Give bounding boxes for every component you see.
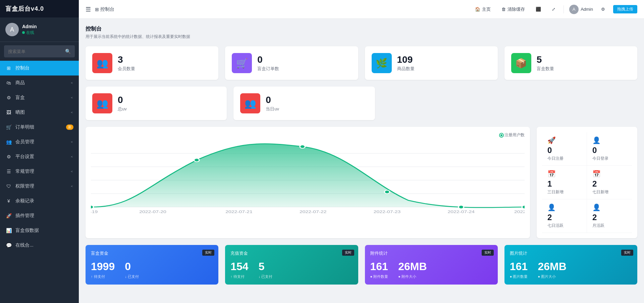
stat-seven-day-active: 👤 2 七日活跃: [542, 199, 587, 233]
orders-stat-icon: 🛒: [232, 53, 252, 73]
sidebar-item-orders[interactable]: 🛒 订单明细 新: [0, 120, 79, 135]
sidebar-item-goods[interactable]: 🛍 商品 ＜: [0, 75, 79, 90]
header: ☰ ⊞ 控制台 🏠 主页 🗑 清除缓存 ⬛ ⤢ A: [79, 0, 644, 19]
user-status: 在线: [22, 30, 37, 36]
content-area: 控制台 用于展示当前系统中的统计数据、统计报表及重要实时数据 👥 3 会员数量 …: [79, 19, 644, 303]
sidebar-item-online[interactable]: 💬 在线合...: [0, 238, 79, 253]
members-stat-icon: 👥: [92, 53, 112, 73]
stat-today-login: 👤 0 今日登录: [587, 132, 632, 166]
box-fund-title: 盲盒资金: [91, 250, 213, 256]
recharge-label1: ↑ 待支付: [230, 274, 248, 279]
attachment-label1: ● 附件数量: [370, 274, 388, 279]
blindboxes-stat-icon: 📦: [511, 53, 531, 73]
page-description: 用于展示当前系统中的统计数据、统计报表及重要实时数据: [86, 34, 637, 40]
images-title: 图片统计: [510, 250, 632, 256]
svg-point-10: [522, 205, 525, 209]
sidebar-item-label: 在线合...: [15, 242, 34, 248]
recharge-label2: ↓ 已支付: [259, 274, 273, 279]
sidebar-item-label: 盲盒: [15, 95, 25, 101]
balance-icon: ¥: [5, 198, 12, 204]
sidebar: 盲盒后台v4.0 A Admin 在线 🔍 ⊞ 控制台 🛍 商品 ＜: [0, 0, 79, 303]
screenshot-button[interactable]: ⬛: [533, 5, 544, 13]
chart-container: 07-19 2022-07-20 2022-07-21 2022-07-22 2…: [91, 140, 525, 214]
sidebar-item-blindbox[interactable]: ⚙ 盲盒 ＜: [0, 90, 79, 105]
box-fund-badge: 实时: [202, 250, 214, 256]
fullscreen-button[interactable]: ⤢: [549, 5, 558, 13]
blindboxes-count: 5: [537, 54, 554, 65]
stat-card-orders: 🛒 0 盲盒订单数: [225, 46, 358, 80]
bottom-cards: 盲盒资金 实时 1999 ↑ 待支付 0 ↓ 已支付 充值资金 实时: [86, 245, 637, 285]
username: Admin: [22, 24, 37, 29]
attachment-value2: 26MB: [398, 260, 427, 273]
clear-cache-button[interactable]: 🗑 清除缓存: [499, 5, 528, 14]
user-profile: A Admin 在线: [0, 17, 79, 42]
today-uv-label: 当日uv: [266, 106, 279, 112]
sidebar-item-blindbox-data[interactable]: 📊 盲盒假数据: [0, 223, 79, 238]
settings-button[interactable]: ⚙: [598, 5, 608, 13]
user-info: Admin 在线: [22, 24, 37, 36]
plugins-icon: 🚀: [5, 213, 12, 218]
bottom-card-attachment: 附件统计 实时 161 ● 附件数量 26MB ● 附件大小: [365, 245, 498, 285]
products-count: 109: [397, 54, 415, 65]
svg-point-8: [384, 190, 390, 194]
sidebar-item-plugins[interactable]: 🚀 插件管理: [0, 208, 79, 223]
sidebar-item-permissions[interactable]: 🛡 权限管理 ＜: [0, 179, 79, 194]
goods-icon: 🛍: [5, 80, 12, 86]
admin-avatar: A: [569, 5, 579, 14]
box-fund-label1: ↑ 待支付: [91, 274, 115, 279]
images-label1: ● 图片数量: [510, 274, 528, 279]
sidebar-item-photos[interactable]: 🖼 晒图 ＜: [0, 105, 79, 120]
rocket-icon: 🚀: [547, 136, 581, 144]
chart-section: 注册用户数: [86, 127, 637, 238]
stat-card-products: 🌿 109 商品数量: [365, 46, 498, 80]
sidebar-item-members[interactable]: 👥 会员管理 ＜: [0, 135, 79, 149]
general-icon: ☰: [5, 169, 12, 174]
status-dot: [22, 31, 25, 34]
chevron-right-icon: ＜: [70, 184, 73, 189]
box-fund-value2: 0: [125, 260, 139, 273]
user-circle-icon: 👤: [592, 203, 627, 211]
header-left: ☰ ⊞ 控制台: [86, 6, 114, 13]
upload-button[interactable]: 拖拽上传: [613, 5, 637, 13]
right-stats-panel: 🚀 0 今日注册 👤 0 今日登录 📅 1 三日新增: [537, 127, 637, 238]
stat-card-today-uv: 👥 0 当日uv: [233, 87, 375, 120]
sidebar-item-label: 盲盒假数据: [15, 228, 39, 234]
sidebar-item-platform[interactable]: ⚙ 平台设置 ＜: [0, 149, 79, 164]
bottom-card-recharge: 充值资金 实时 154 ↑ 待支付 5 ↓ 已支付: [225, 245, 358, 285]
blindbox-data-icon: 📊: [5, 228, 12, 233]
stat-month-active: 👤 2 月活跃: [587, 199, 632, 233]
admin-menu[interactable]: A Admin: [569, 5, 593, 14]
attachment-title: 附件统计: [370, 250, 492, 256]
search-menu-container[interactable]: 🔍: [4, 45, 75, 57]
home-button[interactable]: 🏠 主页: [472, 5, 493, 14]
platform-icon: ⚙: [5, 154, 12, 159]
sidebar-item-general[interactable]: ☰ 常规管理 ＜: [0, 164, 79, 179]
attachment-values: 161 ● 附件数量 26MB ● 附件大小: [370, 260, 492, 279]
svg-point-6: [194, 158, 199, 162]
sidebar-item-dashboard[interactable]: ⊞ 控制台: [0, 61, 79, 75]
screenshot-icon: ⬛: [536, 7, 541, 12]
today-uv-count: 0: [266, 95, 279, 105]
sidebar-item-label: 常规管理: [15, 168, 34, 174]
breadcrumb: ⊞ 控制台: [95, 6, 114, 12]
box-fund-value1: 1999: [91, 260, 115, 273]
trash-icon: 🗑: [501, 7, 506, 12]
chevron-right-icon: ＜: [70, 169, 73, 174]
orders-count: 0: [257, 54, 279, 65]
menu-toggle-icon[interactable]: ☰: [86, 6, 91, 13]
recharge-title: 充值资金: [230, 250, 353, 256]
attachment-label2: ● 附件大小: [398, 274, 427, 279]
sidebar-item-label: 插件管理: [15, 213, 34, 219]
sidebar-item-label: 晒图: [15, 109, 25, 115]
sidebar-item-balance[interactable]: ¥ 余额记录: [0, 194, 79, 208]
breadcrumb-text: 控制台: [100, 6, 114, 12]
members-icon: 👥: [5, 139, 12, 145]
stat-three-day: 📅 1 三日新增: [542, 166, 587, 199]
search-input[interactable]: [8, 49, 63, 54]
stats-row-2-spacer: [382, 87, 638, 120]
total-uv-count: 0: [118, 95, 127, 105]
today-uv-icon: 👥: [240, 93, 260, 113]
attachment-badge: 实时: [482, 250, 494, 256]
svg-text:07-19: 07-19: [91, 210, 98, 214]
user-icon: 👤: [592, 136, 627, 144]
